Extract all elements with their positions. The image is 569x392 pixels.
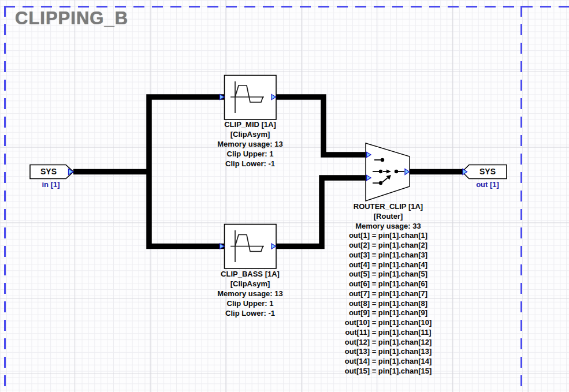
routing-line: out[14] = pin[1].chan[14] bbox=[333, 357, 443, 367]
block-clip-lower: Clip Lower: -1 bbox=[201, 159, 299, 169]
block-clip-upper: Clip Upper: 1 bbox=[201, 149, 299, 159]
block-type: [ClipAsym] bbox=[201, 129, 299, 139]
routing-line: out[2] = pin[1].chan[2] bbox=[333, 241, 443, 251]
block-name: ROUTER_CLIP [1A] bbox=[333, 202, 443, 212]
block-memory: Memory usage: 13 bbox=[201, 289, 299, 298]
block-name: CLIP_BASS [1A] bbox=[201, 269, 299, 279]
routing-line: out[3] = pin[1].chan[3] bbox=[333, 251, 443, 260]
schematic-graphics bbox=[0, 0, 569, 392]
routing-line: out[13] = pin[1].chan[13] bbox=[333, 347, 443, 357]
block-type: [Router] bbox=[333, 212, 443, 222]
routing-line: out[12] = pin[1].chan[12] bbox=[333, 338, 443, 348]
routing-line: out[9] = pin[1].chan[9] bbox=[333, 308, 443, 318]
routing-line: out[6] = pin[1].chan[6] bbox=[333, 279, 443, 289]
routing-line: out[7] = pin[1].chan[7] bbox=[333, 289, 443, 299]
block-type: [ClipAsym] bbox=[201, 279, 299, 289]
routing-line: out[5] = pin[1].chan[5] bbox=[333, 270, 443, 279]
output-port-label: SYS bbox=[468, 167, 507, 176]
output-port-sublabel: out [1] bbox=[464, 181, 511, 189]
block-memory: Memory usage: 13 bbox=[201, 139, 299, 149]
block-name: CLIP_MID [1A] bbox=[201, 120, 299, 129]
routing-line: out[1] = pin[1].chan[1] bbox=[333, 231, 443, 241]
block-clip-lower: Clip Lower: -1 bbox=[201, 308, 299, 318]
block-memory: Memory usage: 33 bbox=[333, 222, 443, 232]
clip-bass-annotation: CLIP_BASS [1A] [ClipAsym] Memory usage: … bbox=[201, 269, 299, 318]
input-port-sublabel: in [1] bbox=[28, 181, 74, 189]
clip-mid-annotation: CLIP_MID [1A] [ClipAsym] Memory usage: 1… bbox=[201, 120, 299, 169]
routing-line: out[11] = pin[1].chan[11] bbox=[333, 328, 443, 338]
routing-line: out[4] = pin[1].chan[4] bbox=[333, 260, 443, 270]
router-annotation: ROUTER_CLIP [1A] [Router] Memory usage: … bbox=[333, 202, 443, 376]
block-clip-upper: Clip Upper: 1 bbox=[201, 298, 299, 308]
routing-line: out[8] = pin[1].chan[8] bbox=[333, 299, 443, 309]
input-port-label: SYS bbox=[29, 167, 68, 176]
schematic-canvas: CLIPPING_B bbox=[0, 0, 569, 392]
routing-line: out[10] = pin[1].chan[10] bbox=[333, 318, 443, 328]
routing-line: out[15] = pin[1].chan[15] bbox=[333, 367, 443, 376]
